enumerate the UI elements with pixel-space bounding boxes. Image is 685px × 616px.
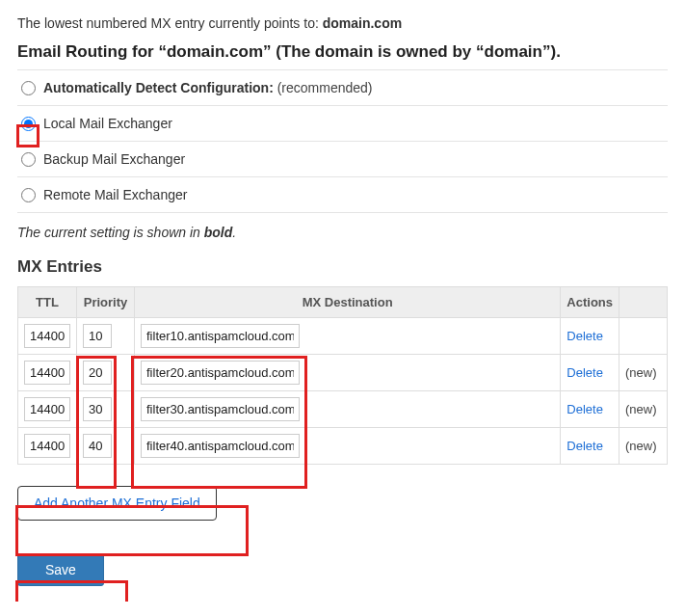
priority-input[interactable] bbox=[83, 397, 112, 421]
destination-input[interactable] bbox=[141, 397, 300, 421]
delete-link[interactable]: Delete bbox=[566, 402, 603, 416]
row-flag: (new) bbox=[625, 439, 657, 453]
routing-label-backup: Backup Mail Exchanger bbox=[43, 151, 185, 167]
mx-pointer-prefix: The lowest numbered MX entry currently p… bbox=[17, 15, 323, 31]
table-row: Delete (new) bbox=[18, 355, 668, 391]
mx-col-flag bbox=[619, 287, 668, 318]
priority-input[interactable] bbox=[83, 324, 112, 348]
routing-option-auto[interactable]: Automatically Detect Configuration: (rec… bbox=[17, 69, 668, 105]
save-button[interactable]: Save bbox=[17, 553, 104, 586]
routing-radio-remote[interactable] bbox=[21, 188, 36, 202]
delete-link[interactable]: Delete bbox=[566, 365, 603, 380]
routing-hint-suffix: . bbox=[232, 225, 236, 240]
routing-option-backup[interactable]: Backup Mail Exchanger bbox=[17, 141, 668, 176]
destination-input[interactable] bbox=[141, 434, 300, 458]
ttl-input[interactable] bbox=[24, 324, 70, 348]
priority-input[interactable] bbox=[83, 434, 112, 458]
mx-entries-table: TTL Priority MX Destination Actions Dele… bbox=[17, 286, 668, 465]
ttl-input[interactable] bbox=[24, 397, 70, 421]
mx-current-pointer: The lowest numbered MX entry currently p… bbox=[17, 15, 668, 31]
routing-label-remote: Remote Mail Exchanger bbox=[43, 187, 187, 202]
mx-col-actions: Actions bbox=[561, 287, 619, 318]
row-flag: (new) bbox=[625, 365, 657, 380]
mx-col-priority: Priority bbox=[77, 287, 135, 318]
routing-radio-backup[interactable] bbox=[21, 152, 36, 167]
ttl-input[interactable] bbox=[24, 434, 70, 458]
ttl-input[interactable] bbox=[24, 361, 70, 385]
routing-option-local[interactable]: Local Mail Exchanger bbox=[17, 105, 668, 141]
row-flag: (new) bbox=[625, 402, 657, 416]
routing-auto-suffix: (recommended) bbox=[277, 80, 373, 95]
delete-link[interactable]: Delete bbox=[566, 329, 603, 343]
add-mx-entry-button[interactable]: Add Another MX Entry Field bbox=[17, 486, 217, 521]
routing-radio-auto[interactable] bbox=[21, 81, 36, 95]
table-row: Delete (new) bbox=[18, 391, 668, 428]
email-routing-heading: Email Routing for “domain.com” (The doma… bbox=[17, 42, 668, 62]
routing-radio-local[interactable] bbox=[21, 117, 36, 131]
routing-hint-prefix: The current setting is shown in bbox=[17, 225, 204, 240]
routing-label-local: Local Mail Exchanger bbox=[43, 116, 172, 131]
mx-pointer-domain: domain.com bbox=[323, 15, 402, 31]
routing-option-remote[interactable]: Remote Mail Exchanger bbox=[17, 176, 668, 212]
routing-label-auto: Automatically Detect Configuration: bbox=[43, 80, 274, 95]
destination-input[interactable] bbox=[141, 324, 300, 348]
priority-input[interactable] bbox=[83, 361, 112, 385]
destination-input[interactable] bbox=[141, 361, 300, 385]
mx-col-dest: MX Destination bbox=[135, 287, 561, 318]
routing-options: Automatically Detect Configuration: (rec… bbox=[17, 69, 668, 213]
table-row: Delete bbox=[18, 318, 668, 355]
delete-link[interactable]: Delete bbox=[566, 439, 603, 453]
table-row: Delete (new) bbox=[18, 428, 668, 465]
mx-col-ttl: TTL bbox=[18, 287, 77, 318]
mx-entries-heading: MX Entries bbox=[17, 257, 668, 277]
routing-hint-bold: bold bbox=[204, 225, 233, 240]
routing-hint: The current setting is shown in bold. bbox=[17, 225, 668, 240]
